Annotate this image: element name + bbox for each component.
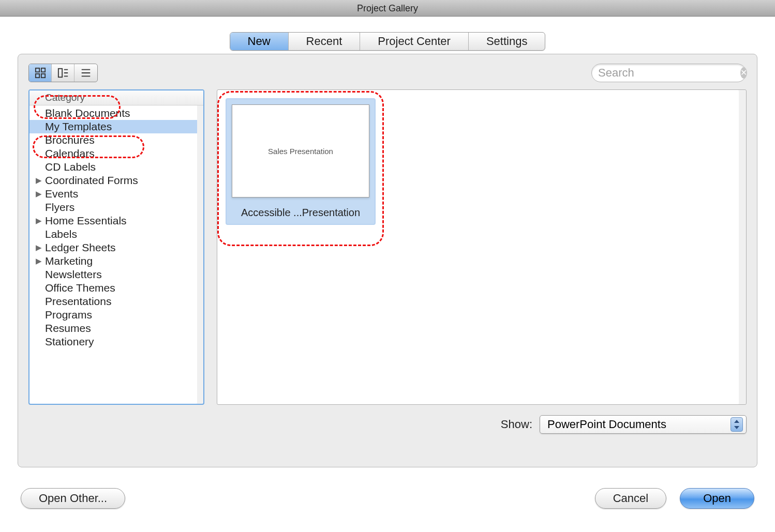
tab-project-center[interactable]: Project Center — [360, 33, 469, 50]
category-list: Blank Documents My Templates Brochures C… — [29, 105, 197, 351]
search-input[interactable] — [598, 66, 740, 80]
disclosure-icon: ▶ — [36, 256, 45, 266]
window-titlebar: Project Gallery — [0, 0, 775, 17]
category-cd-labels[interactable]: CD Labels — [29, 160, 197, 174]
svg-rect-4 — [58, 69, 62, 78]
list-item-label: Blank Documents — [45, 107, 130, 119]
list-item-label: Programs — [45, 309, 92, 321]
disclosure-icon: ▶ — [36, 243, 45, 252]
tab-new[interactable]: New — [230, 33, 289, 50]
main-panel: ✕ Category Blank Documents My Templates … — [18, 54, 757, 467]
show-select[interactable]: PowerPoint Documents — [540, 415, 747, 434]
list-item-label: Brochures — [45, 134, 95, 146]
view-list-icon[interactable] — [74, 64, 97, 82]
disclosure-icon: ▶ — [36, 216, 45, 225]
list-item-label: Coordinated Forms — [45, 174, 138, 187]
svg-rect-3 — [41, 74, 44, 78]
template-thumbnail: Sales Presentation — [232, 104, 369, 197]
category-events[interactable]: ▶Events — [29, 187, 197, 201]
svg-rect-0 — [35, 68, 39, 72]
svg-rect-2 — [35, 74, 39, 78]
template-thumb-text: Sales Presentation — [268, 147, 333, 156]
open-button[interactable]: Open — [680, 488, 754, 509]
category-labels[interactable]: Labels — [29, 227, 197, 241]
category-brochures[interactable]: Brochures — [29, 133, 197, 147]
search-field[interactable]: ✕ — [591, 64, 747, 82]
svg-rect-1 — [41, 68, 44, 72]
category-presentations[interactable]: Presentations — [29, 295, 197, 308]
list-item-label: Flyers — [45, 201, 74, 214]
list-item-label: Resumes — [45, 322, 91, 335]
list-item-label: Office Themes — [45, 282, 115, 294]
category-blank-documents[interactable]: Blank Documents — [29, 107, 197, 120]
category-stationery[interactable]: Stationery — [29, 335, 197, 348]
tab-recent[interactable]: Recent — [289, 33, 361, 50]
tab-group: New Recent Project Center Settings — [230, 32, 546, 51]
category-calendars[interactable]: Calendars — [29, 147, 197, 160]
list-item-label: Newsletters — [45, 268, 102, 281]
clear-search-icon[interactable]: ✕ — [740, 67, 747, 79]
category-resumes[interactable]: Resumes — [29, 322, 197, 335]
list-item-label: CD Labels — [45, 161, 96, 173]
view-mode-group — [28, 64, 98, 82]
category-newsletters[interactable]: Newsletters — [29, 268, 197, 281]
view-columns-icon[interactable] — [52, 64, 74, 82]
window-title: Project Gallery — [357, 3, 418, 13]
list-item-label: Home Essentials — [45, 215, 127, 227]
disclosure-icon: ▶ — [36, 189, 45, 199]
view-grid-icon[interactable] — [29, 64, 52, 82]
list-item-label: My Templates — [45, 120, 112, 133]
category-flyers[interactable]: Flyers — [29, 201, 197, 214]
show-label: Show: — [501, 418, 532, 431]
category-programs[interactable]: Programs — [29, 308, 197, 322]
list-item-label: Stationery — [45, 336, 94, 348]
category-home-essentials[interactable]: ▶Home Essentials — [29, 214, 197, 227]
template-item[interactable]: Sales Presentation Accessible ...Present… — [226, 98, 376, 225]
category-ledger-sheets[interactable]: ▶Ledger Sheets — [29, 241, 197, 254]
category-office-themes[interactable]: Office Themes — [29, 281, 197, 295]
cancel-button[interactable]: Cancel — [595, 488, 666, 509]
show-selected-value: PowerPoint Documents — [547, 418, 666, 431]
tab-bar: New Recent Project Center Settings — [18, 32, 757, 51]
category-header[interactable]: Category — [29, 90, 203, 105]
disclosure-icon: ▶ — [36, 176, 45, 185]
category-marketing[interactable]: ▶Marketing — [29, 254, 197, 268]
list-item-label: Calendars — [45, 147, 95, 160]
template-gallery: Sales Presentation Accessible ...Present… — [217, 89, 747, 405]
template-label: Accessible ...Presentation — [232, 207, 369, 221]
category-my-templates[interactable]: My Templates — [29, 120, 197, 133]
list-item-label: Ledger Sheets — [45, 241, 116, 254]
category-coordinated-forms[interactable]: ▶Coordinated Forms — [29, 174, 197, 187]
select-stepper-icon — [731, 417, 743, 432]
list-item-label: Marketing — [45, 255, 93, 267]
tab-settings[interactable]: Settings — [469, 33, 545, 50]
open-other-button[interactable]: Open Other... — [21, 488, 125, 509]
category-sidebar: Category Blank Documents My Templates Br… — [28, 89, 204, 405]
list-item-label: Labels — [45, 228, 77, 240]
list-item-label: Presentations — [45, 295, 111, 308]
list-item-label: Events — [45, 188, 78, 200]
